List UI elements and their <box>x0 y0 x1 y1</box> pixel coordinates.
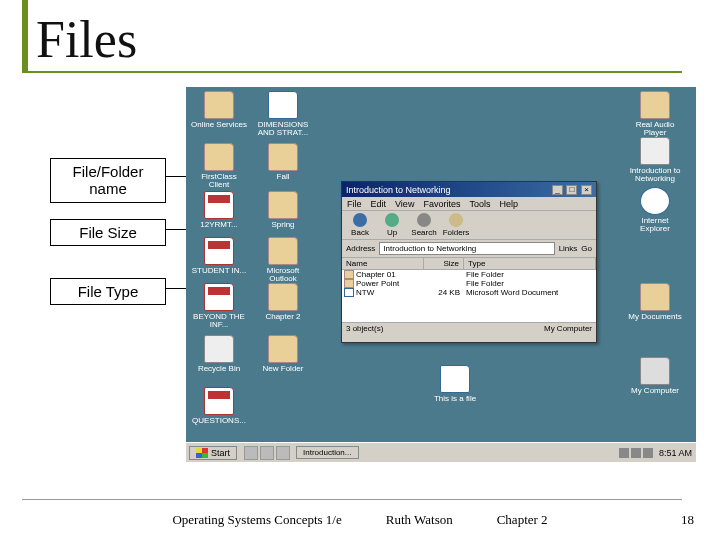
folder-icon <box>344 279 354 288</box>
col-size[interactable]: Size <box>424 258 464 269</box>
column-headers: Name Size Type <box>342 258 596 270</box>
toolbar-label: Folders <box>443 228 470 237</box>
menu-file[interactable]: File <box>347 199 362 209</box>
desktop-icon[interactable]: DIMENSIONS AND STRAT... <box>254 91 312 138</box>
window-title: Introduction to Networking <box>346 185 451 195</box>
menu-tools[interactable]: Tools <box>469 199 490 209</box>
icon-label: Introduction to Networking <box>630 166 681 183</box>
desktop-icon[interactable]: My Computer <box>626 357 684 395</box>
links-label[interactable]: Links <box>559 244 578 253</box>
list-item[interactable]: Chapter 01 File Folder <box>342 270 596 279</box>
desktop-icon[interactable]: Online Services <box>190 91 248 129</box>
menu-favorites[interactable]: Favorites <box>423 199 460 209</box>
callout-file-folder-name: File/Folder name <box>50 158 166 203</box>
desktop-icon[interactable]: Microsoft Outlook <box>254 237 312 284</box>
title-underline <box>22 71 682 73</box>
page-number: 18 <box>681 512 694 528</box>
col-type[interactable]: Type <box>464 258 596 269</box>
desktop-icon[interactable]: QUESTIONS... <box>190 387 248 425</box>
quick-launch-item[interactable] <box>260 446 274 460</box>
system-tray: 8:51 AM <box>615 448 696 458</box>
go-button[interactable]: Go <box>581 244 592 253</box>
callout-file-size: File Size <box>50 219 166 246</box>
file-name: Chapter 01 <box>356 270 396 279</box>
address-label: Address <box>346 244 375 253</box>
icon-label: QUESTIONS... <box>192 416 246 425</box>
icon-label: New Folder <box>263 364 304 373</box>
menu-help[interactable]: Help <box>499 199 518 209</box>
search-button[interactable]: Search <box>410 213 438 237</box>
desktop-icon[interactable]: Real Audio Player <box>626 91 684 138</box>
menu-edit[interactable]: Edit <box>371 199 387 209</box>
tray-icon[interactable] <box>619 448 629 458</box>
col-name[interactable]: Name <box>342 258 424 269</box>
icon-label: My Documents <box>628 312 681 321</box>
icon-label: Internet Explorer <box>640 216 670 233</box>
status-location: My Computer <box>544 324 592 333</box>
file-size <box>426 279 466 288</box>
desktop-icon[interactable]: Recycle Bin <box>190 335 248 373</box>
start-button[interactable]: Start <box>189 446 237 460</box>
back-button[interactable]: Back <box>346 213 374 237</box>
toolbar-label: Up <box>387 228 397 237</box>
quick-launch <box>244 446 290 460</box>
file-name: Power Point <box>356 279 399 288</box>
desktop-icon[interactable]: BEYOND THE INF... <box>190 283 248 330</box>
menu-view[interactable]: View <box>395 199 414 209</box>
menu-bar: File Edit View Favorites Tools Help <box>342 197 596 211</box>
taskbar-window-button[interactable]: Introduction... <box>296 446 358 459</box>
maximize-button[interactable]: □ <box>566 185 577 195</box>
footer-author: Ruth Watson <box>386 512 453 528</box>
footer-chapter: Chapter 2 <box>497 512 548 528</box>
desktop-icon[interactable]: Spring <box>254 191 312 229</box>
icon-label: Real Audio Player <box>636 120 675 137</box>
desktop-icon[interactable]: My Documents <box>626 283 684 321</box>
toolbar-label: Back <box>351 228 369 237</box>
desktop-icon[interactable]: This is a file <box>426 365 484 403</box>
start-label: Start <box>211 448 230 458</box>
desktop-icon[interactable]: New Folder <box>254 335 312 373</box>
file-list: Chapter 01 File Folder Power Point File … <box>342 270 596 322</box>
tray-icon[interactable] <box>631 448 641 458</box>
icon-label: This is a file <box>434 394 476 403</box>
close-button[interactable]: × <box>581 185 592 195</box>
toolbar: Back Up Search Folders <box>342 211 596 240</box>
minimize-button[interactable]: _ <box>552 185 563 195</box>
icon-label: Microsoft Outlook <box>267 266 299 283</box>
desktop-icon[interactable]: 12YRMT... <box>190 191 248 229</box>
quick-launch-item[interactable] <box>244 446 258 460</box>
list-item[interactable]: NTW 24 KB Microsoft Word Document <box>342 288 596 297</box>
status-objects: 3 object(s) <box>346 324 383 333</box>
list-item[interactable]: Power Point File Folder <box>342 279 596 288</box>
icon-label: Fall <box>277 172 290 181</box>
icon-label: 12YRMT... <box>200 220 237 229</box>
windows-desktop: Online Services DIMENSIONS AND STRAT... … <box>186 87 696 462</box>
desktop-icon[interactable]: Internet Explorer <box>626 187 684 234</box>
footer-book: Operating Systems Concepts 1/e <box>172 512 341 528</box>
desktop-icon[interactable]: STUDENT IN... <box>190 237 248 275</box>
desktop-icon[interactable]: FirstClass Client <box>190 143 248 190</box>
icon-label: My Computer <box>631 386 679 395</box>
quick-launch-item[interactable] <box>276 446 290 460</box>
address-bar: Address Links Go <box>342 240 596 258</box>
icon-label: Recycle Bin <box>198 364 240 373</box>
taskbar: Start Introduction... 8:51 AM <box>186 442 696 462</box>
tray-icon[interactable] <box>643 448 653 458</box>
up-button[interactable]: Up <box>378 213 406 237</box>
desktop-icon[interactable]: Introduction to Networking <box>626 137 684 184</box>
icon-label: Spring <box>271 220 294 229</box>
icon-label: FirstClass Client <box>201 172 237 189</box>
file-size: 24 KB <box>426 288 466 297</box>
desktop-icon[interactable]: Fall <box>254 143 312 181</box>
folders-button[interactable]: Folders <box>442 213 470 237</box>
toolbar-label: Search <box>411 228 436 237</box>
file-type: File Folder <box>466 270 594 279</box>
desktop-icon[interactable]: Chapter 2 <box>254 283 312 321</box>
file-size <box>426 270 466 279</box>
address-input[interactable] <box>379 242 554 255</box>
file-type: Microsoft Word Document <box>466 288 594 297</box>
window-titlebar[interactable]: Introduction to Networking _ □ × <box>342 182 596 197</box>
slide-title: Files <box>36 10 137 69</box>
callout-file-type: File Type <box>50 278 166 305</box>
icon-label: Chapter 2 <box>265 312 300 321</box>
